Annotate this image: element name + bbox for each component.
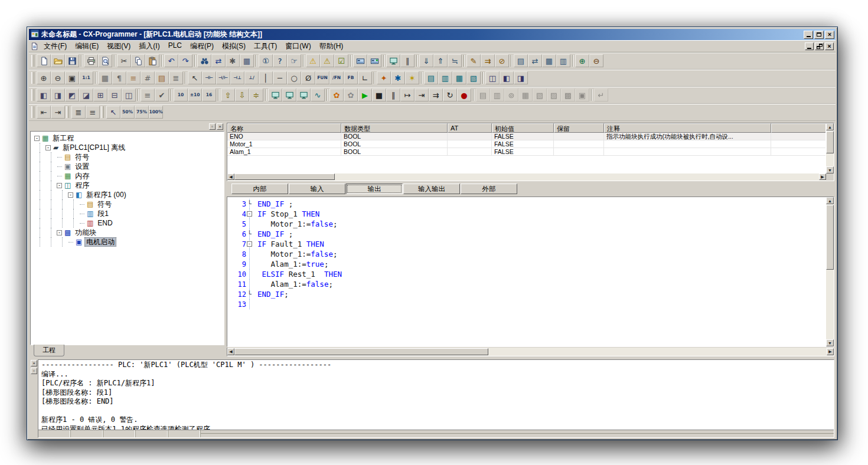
cell-1-4[interactable]: FALSE — [492, 133, 554, 140]
io-table-transfer-button[interactable]: ▦ — [518, 89, 533, 101]
tree-item-settings[interactable]: ▣设置 — [32, 162, 224, 171]
auto-online-button[interactable] — [367, 54, 381, 67]
tree-item-motor-start[interactable]: ▣电机启动 — [32, 237, 224, 247]
scroll-up-button[interactable]: ▲ — [826, 197, 834, 204]
tree-item-memory[interactable]: ▦内存 — [32, 171, 224, 181]
tab-external[interactable]: 外部 — [461, 184, 517, 194]
workspace-close-button[interactable]: × — [217, 123, 223, 130]
variable-table-vscrollbar[interactable]: ▲ ▼ — [825, 123, 834, 173]
fold-marker[interactable]: - — [249, 209, 257, 219]
variable-table-hscrollbar[interactable]: ◀ ▶ — [227, 173, 826, 181]
workspace-pin-button[interactable]: ▫ — [209, 123, 216, 130]
st-pointer-button[interactable]: ↖ — [106, 106, 120, 119]
cell-2-5[interactable] — [554, 140, 604, 148]
scrollbar-thumb[interactable] — [234, 348, 488, 355]
data-link-setup-button[interactable]: ▣ — [575, 89, 589, 101]
scrollbar-thumb[interactable] — [234, 173, 335, 180]
menu-window[interactable]: 窗口(W) — [281, 40, 315, 53]
tab-input[interactable]: 输入 — [289, 184, 345, 194]
table-row[interactable]: Motor_1BOOLFALSE — [227, 140, 826, 148]
code-text[interactable]: Motor_1:=false; — [257, 250, 337, 258]
code-text[interactable]: END_IF; — [257, 290, 289, 299]
force-on-button[interactable]: ⊕ — [575, 54, 589, 67]
show-cross-reference-report-button[interactable]: ⊞ — [93, 89, 107, 101]
mdi-child-icon[interactable] — [31, 42, 38, 50]
help-button[interactable]: ? — [273, 54, 287, 67]
show-io-comment-view-button[interactable]: ⊟ — [107, 89, 122, 101]
variable-table-body[interactable]: 名称数据类型AT初始值保留注释 ENOBOOLFALSE指示功能块执行成功(功能… — [227, 123, 826, 173]
properties-button[interactable]: ≡ — [141, 89, 155, 101]
io-comment-button[interactable]: ✱ — [391, 71, 405, 84]
code-text[interactable]: ELSIF Rest_1 THEN — [257, 270, 342, 279]
tree-item-program-symbols[interactable]: ▤符号 — [32, 199, 224, 209]
st-editor-vscrollbar[interactable]: ▲ ▼ — [825, 197, 834, 346]
show-rung-comments-button[interactable]: ≡ — [126, 71, 141, 84]
toolbar-grip[interactable] — [31, 89, 34, 101]
outdent-button[interactable]: ⇤ — [37, 106, 51, 119]
code-line-10[interactable]: 10ELSIF Rest_1 THEN — [229, 269, 825, 279]
tree-item-programs[interactable]: -◫程序 — [32, 181, 224, 190]
code-line-11[interactable]: 11Alam_1:=false; — [229, 279, 825, 289]
scroll-down-button[interactable]: ▼ — [826, 339, 834, 346]
cell-1-6[interactable]: 指示功能块执行成功(功能块被执行时,自动设... — [604, 133, 771, 140]
toolbar-grip[interactable] — [31, 55, 34, 67]
new-closed-coil-button[interactable]: Ø — [301, 71, 315, 84]
scroll-right-button[interactable]: ▶ — [819, 173, 826, 180]
undo-button[interactable]: ↶ — [164, 54, 178, 67]
table-row[interactable]: ENOBOOLFALSE指示功能块执行成功(功能块被执行时,自动设... — [227, 133, 826, 140]
serial-gateway-button[interactable]: ▨ — [547, 89, 561, 101]
print-preview-button[interactable] — [98, 54, 112, 67]
simulator-exit-button[interactable]: ✿ — [344, 89, 358, 101]
tree-item-new-plc1[interactable]: -▰新PLC1[CP1L] 离线 — [32, 143, 224, 152]
tree-item-function-blocks[interactable]: -▩功能块 — [32, 228, 224, 237]
grid-button[interactable]: ▦ — [98, 71, 112, 84]
code-line-7[interactable]: 7-IF Fault_1 THEN — [229, 239, 825, 249]
vertical-line-button[interactable]: │ — [259, 71, 273, 84]
scroll-left-button[interactable]: ◀ — [227, 348, 234, 355]
sim-run-button[interactable]: ▶ — [358, 89, 372, 101]
context-help-button[interactable]: ☞ — [287, 54, 301, 67]
zoom-in-button[interactable]: ⊕ — [37, 71, 51, 84]
cell-3-6[interactable] — [604, 148, 771, 156]
code-text[interactable]: IF Fault_1 THEN — [257, 240, 324, 248]
smart-input-button[interactable]: ✶ — [405, 71, 419, 84]
tree-expander[interactable]: - — [45, 145, 51, 150]
output-tab[interactable] — [103, 430, 136, 437]
cell-2-4[interactable]: FALSE — [492, 140, 554, 148]
cell-2-1[interactable]: Motor_1 — [227, 140, 341, 148]
new-fb-invocation-button[interactable]: FB — [344, 71, 358, 84]
cell-3-1[interactable]: Alam_1 — [227, 148, 341, 156]
output-tab[interactable] — [168, 430, 201, 437]
code-line-12[interactable]: 12└END_IF; — [229, 289, 825, 299]
clock-sync-button[interactable]: ⊚ — [504, 89, 518, 101]
new-or-closed-contact-button[interactable]: ⊥/ — [244, 71, 259, 84]
new-inverted-instruction-button[interactable]: /FN — [329, 71, 344, 84]
output-pin-button[interactable]: ▫ — [31, 368, 37, 374]
step-run-button[interactable]: ↦ — [400, 89, 415, 101]
code-line-13[interactable]: 13 — [229, 299, 825, 309]
fold-marker[interactable] — [249, 299, 257, 309]
online-edit-button[interactable]: ✎ — [466, 54, 481, 67]
line-connect-button[interactable]: ∟ — [358, 71, 372, 84]
routing-table-button[interactable]: ▩ — [561, 89, 575, 101]
mnemonic-view-button[interactable]: ▧ — [466, 71, 481, 84]
compare-with-plc-button[interactable]: ≒ — [448, 54, 462, 67]
transfer-program-to-plc-button[interactable]: ⇧ — [221, 89, 235, 101]
fold-marker[interactable] — [249, 249, 257, 259]
cell-2-3[interactable] — [448, 140, 492, 148]
copy-button[interactable] — [131, 54, 145, 67]
new-instruction-button[interactable]: FUN — [315, 71, 329, 84]
memory-card-button[interactable]: ▤ — [476, 89, 490, 101]
table-row[interactable]: Alam_1BOOLFALSE — [227, 148, 826, 156]
compile-all-button[interactable]: ⚠ — [320, 54, 334, 67]
plc-memory-button[interactable]: ▥ — [556, 54, 570, 67]
tree-expander[interactable]: - — [34, 136, 40, 141]
window-properties-button[interactable]: ◨ — [514, 71, 528, 84]
code-text[interactable]: Motor_1:=false; — [257, 220, 337, 228]
paste-button[interactable] — [145, 54, 159, 67]
monitor-button[interactable] — [386, 54, 400, 67]
cell-1-5[interactable] — [554, 133, 604, 140]
tree-item-symbols[interactable]: ▤符号 — [32, 152, 224, 162]
program-check-button[interactable]: ☑ — [334, 54, 348, 67]
new-closed-contact-button[interactable]: ⊣/⊢ — [216, 71, 230, 84]
